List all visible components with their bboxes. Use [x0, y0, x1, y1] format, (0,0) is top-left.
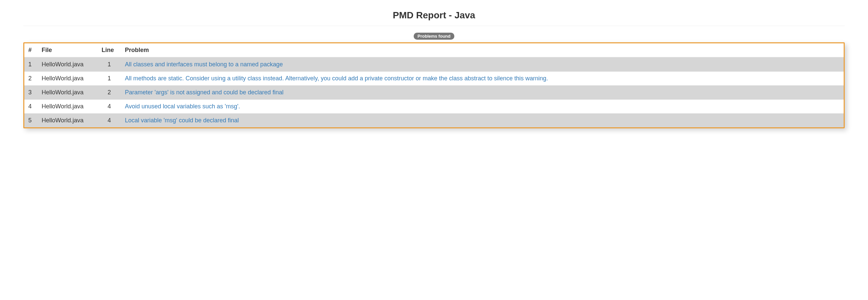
cell-num: 2 [24, 72, 38, 86]
cell-num: 3 [24, 86, 38, 100]
problems-found-badge: Problems found [414, 33, 455, 40]
problem-link[interactable]: Local variable 'msg' could be declared f… [125, 117, 239, 124]
cell-file: HelloWorld.java [38, 57, 98, 72]
problem-link[interactable]: Parameter 'args' is not assigned and cou… [125, 89, 283, 96]
table-row: 3HelloWorld.java2Parameter 'args' is not… [24, 86, 844, 100]
problems-panel: # File Line Problem 1HelloWorld.java1All… [23, 42, 845, 128]
column-header-file: File [38, 43, 98, 57]
cell-problem: Avoid unused local variables such as 'ms… [121, 100, 844, 114]
cell-num: 4 [24, 100, 38, 114]
cell-line: 4 [98, 114, 121, 128]
table-row: 4HelloWorld.java4Avoid unused local vari… [24, 100, 844, 114]
cell-num: 5 [24, 114, 38, 128]
badge-container: Problems found [23, 33, 845, 40]
cell-line: 4 [98, 100, 121, 114]
cell-line: 1 [98, 57, 121, 72]
problem-link[interactable]: All classes and interfaces must belong t… [125, 61, 283, 68]
cell-file: HelloWorld.java [38, 114, 98, 128]
cell-problem: All classes and interfaces must belong t… [121, 57, 844, 72]
cell-file: HelloWorld.java [38, 100, 98, 114]
column-header-line: Line [98, 43, 121, 57]
problem-link[interactable]: Avoid unused local variables such as 'ms… [125, 103, 240, 110]
cell-file: HelloWorld.java [38, 72, 98, 86]
cell-problem: Parameter 'args' is not assigned and cou… [121, 86, 844, 100]
cell-problem: All methods are static. Consider using a… [121, 72, 844, 86]
cell-file: HelloWorld.java [38, 86, 98, 100]
cell-problem: Local variable 'msg' could be declared f… [121, 114, 844, 128]
cell-num: 1 [24, 57, 38, 72]
column-header-num: # [24, 43, 38, 57]
cell-line: 2 [98, 86, 121, 100]
problem-link[interactable]: All methods are static. Consider using a… [125, 75, 548, 82]
cell-line: 1 [98, 72, 121, 86]
table-row: 2HelloWorld.java1All methods are static.… [24, 72, 844, 86]
table-header-row: # File Line Problem [24, 43, 844, 57]
divider [23, 26, 845, 26]
page-title: PMD Report - Java [23, 10, 845, 21]
column-header-problem: Problem [121, 43, 844, 57]
table-row: 5HelloWorld.java4Local variable 'msg' co… [24, 114, 844, 128]
table-row: 1HelloWorld.java1All classes and interfa… [24, 57, 844, 72]
problems-table: # File Line Problem 1HelloWorld.java1All… [24, 43, 844, 127]
